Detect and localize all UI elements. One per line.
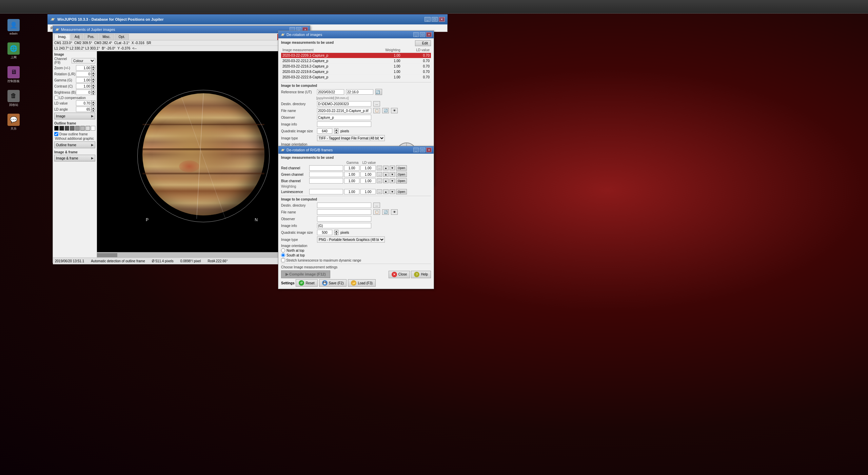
image-info-input[interactable] <box>317 121 371 127</box>
tab-imag[interactable]: Imag. <box>54 34 70 40</box>
red-channel-input[interactable] <box>309 165 343 171</box>
ref-time-date-input[interactable] <box>317 89 344 95</box>
color-light[interactable] <box>80 126 85 131</box>
rgb-compile-button[interactable]: ▶ Compile image (F12) <box>281 270 330 278</box>
ld-angle-input[interactable] <box>76 107 91 112</box>
rgb-imageinfo-input[interactable] <box>317 223 371 228</box>
color-very-light[interactable] <box>85 126 90 131</box>
red-ch-btn1[interactable]: ... <box>377 166 382 170</box>
rgb-orient-north-radio[interactable] <box>281 248 285 252</box>
rotation-down-button[interactable]: ▼ <box>91 74 95 77</box>
derotation-rgb-close-button[interactable]: ✕ <box>426 148 432 152</box>
observer-input[interactable] <box>317 115 371 120</box>
green-gamma-input[interactable] <box>344 172 359 177</box>
file-name-browse-button[interactable]: 📋 <box>373 108 380 113</box>
green-ch-btn1[interactable]: ... <box>377 172 382 177</box>
rgb-quadsize-up[interactable]: ▲ <box>334 230 338 232</box>
blue-ch-btn3[interactable]: ▼ <box>390 178 395 183</box>
rgb-reset-button[interactable]: ↺ Reset <box>296 279 317 287</box>
ld-value-down-button[interactable]: ▼ <box>91 103 95 106</box>
derotation-rgb-maximize-button[interactable]: □ <box>420 148 425 152</box>
table-row[interactable]: 2020-03-22-2212.2-Capture_p 1.00 0.70 <box>281 58 431 64</box>
quad-size-down-button[interactable]: ▼ <box>334 131 338 134</box>
scrollbar-horizontal[interactable] <box>97 252 304 258</box>
green-ch-btn3[interactable]: ▼ <box>390 172 395 177</box>
red-gamma-input[interactable] <box>344 165 359 171</box>
blue-gamma-input[interactable] <box>344 178 359 184</box>
draw-outline-checkbox[interactable] <box>54 132 58 136</box>
sidebar-icon-chat[interactable]: 💬 天乐 <box>3 112 24 132</box>
tab-adj[interactable]: Adj <box>71 34 83 40</box>
sidebar-icon-recycle[interactable]: 🗑 回收站 <box>3 88 24 109</box>
rgb-quadsize-input[interactable] <box>317 230 332 235</box>
derotation-rgb-minimize-button[interactable]: _ <box>413 148 419 152</box>
rgb-save-button[interactable]: 💾 Save (F2) <box>319 279 347 287</box>
contrast-up-button[interactable]: ▲ <box>91 83 95 86</box>
contrast-input[interactable] <box>76 83 91 89</box>
blue-ld-input[interactable] <box>360 178 376 184</box>
blue-ch-btn2[interactable]: ▲ <box>383 178 389 183</box>
quad-size-input[interactable] <box>317 128 332 134</box>
rgb-observer-input[interactable] <box>317 216 371 222</box>
derotation-images-minimize-button[interactable]: _ <box>413 32 419 37</box>
rgb-destin-browse-button[interactable]: ... <box>373 203 380 208</box>
image-button[interactable]: Image ▶ <box>54 113 95 119</box>
green-ch-btn2[interactable]: ▲ <box>383 172 389 177</box>
derotation-images-edit-button[interactable]: ✏ Edit <box>415 40 431 46</box>
zoom-down-button[interactable]: ▼ <box>91 68 95 71</box>
stretch-checkbox[interactable] <box>281 258 285 262</box>
rgb-filename-input[interactable] <box>317 209 371 215</box>
tab-opt[interactable]: Opt. <box>115 34 129 40</box>
outline-frame-button[interactable]: Outline frame ▶ <box>54 141 95 148</box>
rgb-load-button[interactable]: 📂 Load (F3) <box>348 279 375 287</box>
red-ch-btn2[interactable]: ▲ <box>383 166 389 170</box>
destin-dir-browse-button[interactable]: ... <box>373 101 380 107</box>
color-white[interactable] <box>91 126 95 131</box>
blue-ch-btn1[interactable]: ... <box>377 178 382 183</box>
sidebar-icon-control[interactable]: 🖥 控制面板 <box>3 64 24 85</box>
file-name-refresh-button[interactable]: 🔄 <box>382 108 389 113</box>
gamma-input[interactable] <box>76 77 91 83</box>
rotation-input[interactable] <box>76 71 91 77</box>
zoom-input[interactable] <box>76 65 91 71</box>
ref-time-refresh-button[interactable]: 🔄 <box>375 89 382 95</box>
luminescence-input[interactable] <box>309 189 343 194</box>
rgb-filename-refresh-button[interactable]: 🔄 <box>382 209 389 215</box>
ld-angle-down-button[interactable]: ▼ <box>91 109 95 112</box>
ld-comp-checkbox[interactable] <box>54 96 58 100</box>
brightness-input[interactable] <box>76 90 91 95</box>
scrollbar-thumb-h[interactable] <box>97 253 117 257</box>
table-row[interactable]: 2020-03-22-2219.8-Capture_p 1.00 0.70 <box>281 69 431 75</box>
color-medium[interactable] <box>70 126 74 131</box>
red-open-button[interactable]: Open <box>396 165 407 171</box>
tab-misc[interactable]: Misc. <box>99 34 114 40</box>
luminescence-gamma-input[interactable] <box>344 189 359 194</box>
rgb-imagetype-select[interactable]: PNG - Portable Network Graphics (48 bit) <box>317 236 385 243</box>
lum-ch-btn1[interactable]: ... <box>377 189 382 194</box>
quad-size-up-button[interactable]: ▲ <box>334 128 338 131</box>
sidebar-icon-user[interactable]: 👤 edwin <box>3 17 24 37</box>
red-ld-input[interactable] <box>360 165 376 171</box>
green-open-button[interactable]: Open <box>396 172 407 177</box>
blue-open-button[interactable]: Open <box>396 178 407 184</box>
green-channel-input[interactable] <box>309 172 343 177</box>
color-light-medium[interactable] <box>75 126 80 131</box>
rgb-close-button[interactable]: ✕ Close <box>389 271 410 278</box>
rgb-quadsize-down[interactable]: ▼ <box>334 232 338 235</box>
green-ld-input[interactable] <box>360 172 376 177</box>
red-ch-btn3[interactable]: ▼ <box>390 166 395 170</box>
lum-open-button[interactable]: Open <box>396 189 407 194</box>
table-row[interactable]: 2020-03-22-2209.1-Capture_p 1.00 0.70 <box>281 53 431 58</box>
contrast-down-button[interactable]: ▼ <box>91 86 95 89</box>
rotation-up-button[interactable]: ▲ <box>91 71 95 74</box>
image-type-select[interactable]: TIFF - Tagged Image File Format (48 bit) <box>317 135 385 141</box>
derotation-images-close-button[interactable]: ✕ <box>426 32 432 37</box>
blue-channel-input[interactable] <box>309 178 343 184</box>
rgb-destin-input[interactable] <box>317 203 371 208</box>
rgb-filename-browse-button[interactable]: 📋 <box>373 209 380 215</box>
ld-value-input[interactable] <box>76 100 91 106</box>
brightness-up-button[interactable]: ▲ <box>91 90 95 92</box>
file-name-eye-button[interactable]: 👁 <box>391 108 398 113</box>
ld-value-up-button[interactable]: ▲ <box>91 100 95 103</box>
destin-dir-input[interactable] <box>317 101 371 107</box>
